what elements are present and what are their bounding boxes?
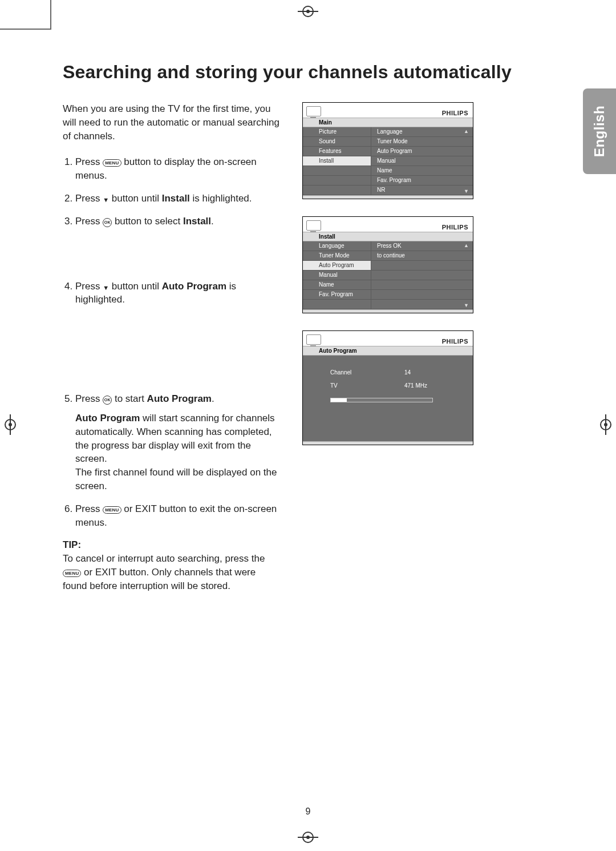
- brand-logo: PHILIPS: [442, 224, 468, 231]
- scroll-arrows-icon: ▲▼: [464, 127, 471, 195]
- osd-row: FeaturesAuto Program: [303, 147, 473, 156]
- menu-button-icon: MENU: [63, 570, 81, 577]
- osd-main-menu: PHILIPS Main ▲▼ PictureLanguageSoundTune…: [302, 102, 473, 199]
- registration-mark-bottom: [302, 830, 314, 846]
- tv-icon: [306, 220, 321, 231]
- registration-mark-top: [302, 5, 314, 21]
- osd-tv-row: TV471 MHz: [303, 379, 473, 392]
- steps-list: Press MENU button to display the on-scre…: [63, 155, 279, 529]
- osd-title: Main: [303, 118, 473, 127]
- osd-channel-row: Channel14: [303, 366, 473, 379]
- osd-row: Tuner Modeto continue: [303, 251, 473, 261]
- osd-title: Auto Program: [303, 346, 473, 356]
- brand-logo: PHILIPS: [442, 338, 468, 345]
- menu-button-icon: MENU: [103, 159, 121, 167]
- osd-row: Fav. Program: [303, 176, 473, 185]
- crop-mark: [0, 29, 51, 30]
- osd-row: InstallManual: [303, 156, 473, 166]
- step-3: Press OK button to select Install.: [75, 215, 279, 228]
- tv-icon: [306, 334, 321, 345]
- osd-row: [303, 300, 473, 309]
- step-4: Press ▼ button until Auto Program is hig…: [75, 280, 279, 307]
- osd-row: Manual: [303, 271, 473, 280]
- language-tab: English: [583, 88, 616, 174]
- step-5: Press OK to start Auto Program. Auto Pro…: [75, 392, 279, 493]
- ok-button-icon: OK: [103, 396, 112, 405]
- down-arrow-icon: ▼: [103, 284, 109, 291]
- crop-mark: [50, 0, 51, 30]
- ok-button-icon: OK: [103, 218, 112, 227]
- step-1: Press MENU button to display the on-scre…: [75, 155, 279, 183]
- down-arrow-icon: ▼: [103, 196, 109, 203]
- osd-title: Install: [303, 232, 473, 241]
- intro-paragraph: When you are using the TV for the first …: [63, 102, 279, 143]
- step-6: Press MENU or EXIT button to exit the on…: [75, 502, 279, 530]
- osd-auto-program: PHILIPS Auto Program Channel14 TV471 MHz: [302, 330, 473, 445]
- tip-label: TIP:: [63, 538, 279, 552]
- osd-row: PictureLanguage: [303, 127, 473, 137]
- page-title: Searching and storing your channels auto…: [63, 62, 553, 83]
- progress-bar: [330, 398, 433, 402]
- tv-icon: [306, 106, 321, 116]
- osd-row: NR: [303, 185, 473, 195]
- registration-mark-right: [600, 418, 611, 434]
- osd-row: LanguagePress OK: [303, 241, 473, 251]
- step-2: Press ▼ button until Install is highligh…: [75, 192, 279, 205]
- menu-button-icon: MENU: [103, 506, 121, 514]
- osd-row: Fav. Program: [303, 290, 473, 300]
- osd-row: Name: [303, 166, 473, 176]
- osd-row: Auto Program: [303, 261, 473, 271]
- brand-logo: PHILIPS: [442, 110, 468, 116]
- scroll-arrows-icon: ▲▼: [464, 241, 471, 309]
- page-number: 9: [306, 806, 311, 817]
- osd-row: SoundTuner Mode: [303, 137, 473, 147]
- tip-text: To cancel or interrupt auto searching, p…: [63, 552, 279, 592]
- registration-mark-left: [5, 418, 16, 434]
- osd-install-menu: PHILIPS Install ▲▼ LanguagePress OKTuner…: [302, 216, 473, 313]
- osd-row: Name: [303, 280, 473, 290]
